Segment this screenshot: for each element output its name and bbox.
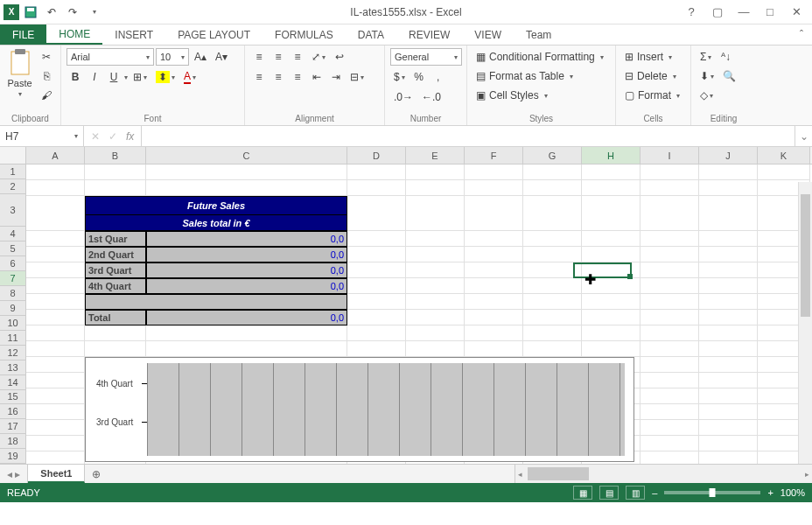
row-header-15[interactable]: 15: [0, 390, 26, 405]
sort-filter-icon[interactable]: ᴬ↓: [717, 48, 734, 66]
select-all-corner[interactable]: [0, 147, 26, 164]
increase-indent-icon[interactable]: ⇥: [327, 68, 345, 86]
row-header-16[interactable]: 16: [0, 404, 26, 419]
tab-data[interactable]: DATA: [346, 24, 396, 45]
qat-customize-icon[interactable]: [84, 3, 103, 22]
col-header-G[interactable]: G: [523, 147, 582, 164]
row-header-7[interactable]: 7: [0, 271, 26, 286]
embedded-chart[interactable]: 4th Quart 3rd Quart: [85, 357, 634, 462]
tab-view[interactable]: VIEW: [462, 24, 514, 45]
row-header-2[interactable]: 2: [0, 179, 26, 194]
zoom-in-icon[interactable]: +: [767, 487, 773, 498]
row-header-10[interactable]: 10: [0, 316, 26, 331]
cell-c7[interactable]: 0,0: [146, 262, 347, 278]
underline-button[interactable]: U: [105, 68, 122, 86]
find-select-icon[interactable]: 🔍: [719, 67, 739, 85]
page-layout-view-icon[interactable]: ▤: [599, 486, 619, 500]
col-header-H[interactable]: H: [582, 147, 640, 164]
formula-input[interactable]: [142, 126, 794, 146]
percent-icon[interactable]: %: [410, 68, 428, 86]
merge-center-icon[interactable]: ⊟: [346, 68, 368, 86]
increase-font-icon[interactable]: A▴: [191, 48, 210, 66]
cell-b6[interactable]: 2nd Quart: [85, 247, 146, 262]
tab-file[interactable]: FILE: [0, 24, 46, 45]
add-sheet-icon[interactable]: ⊕: [85, 465, 108, 483]
cancel-formula-icon[interactable]: ✕: [91, 130, 100, 143]
col-header-E[interactable]: E: [406, 147, 465, 164]
orientation-icon[interactable]: ⤢: [308, 48, 329, 66]
align-right-icon[interactable]: ≡: [289, 68, 306, 86]
zoom-out-icon[interactable]: –: [652, 487, 657, 498]
row-header-17[interactable]: 17: [0, 419, 26, 434]
redo-icon[interactable]: ↷: [63, 3, 82, 22]
name-box[interactable]: H7▾: [0, 126, 84, 146]
row-header-6[interactable]: 6: [0, 256, 26, 271]
undo-icon[interactable]: ↶: [42, 3, 61, 22]
copy-icon[interactable]: ⎘: [38, 67, 55, 85]
cell-c5[interactable]: 0,0: [146, 231, 347, 247]
row-header-12[interactable]: 12: [0, 346, 26, 360]
decrease-decimal-icon[interactable]: ←.0: [418, 88, 444, 106]
fill-color-button[interactable]: ⬍: [152, 68, 178, 86]
number-format-combo[interactable]: General▾: [390, 48, 462, 66]
cell-c8[interactable]: 0,0: [146, 278, 347, 294]
cell-b7[interactable]: 3rd Quart: [85, 262, 146, 278]
col-header-B[interactable]: B: [85, 147, 146, 164]
format-as-table-button[interactable]: ▤ Format as Table: [472, 67, 612, 85]
align-left-icon[interactable]: ≡: [250, 68, 268, 86]
row-header-11[interactable]: 11: [0, 331, 26, 346]
delete-cells-button[interactable]: ⊟ Delete: [621, 67, 688, 85]
fx-icon[interactable]: fx: [126, 130, 134, 143]
col-header-K[interactable]: K: [758, 147, 810, 164]
row-header-13[interactable]: 13: [0, 360, 26, 375]
increase-decimal-icon[interactable]: .0→: [390, 88, 416, 106]
cell-row9[interactable]: [85, 294, 347, 310]
row-header-5[interactable]: 5: [0, 242, 26, 256]
col-header-I[interactable]: I: [640, 147, 699, 164]
font-size-combo[interactable]: 10▾: [156, 48, 189, 66]
tab-formulas[interactable]: FORMULAS: [262, 24, 346, 45]
format-cells-button[interactable]: ▢ Format: [621, 87, 688, 104]
fill-icon[interactable]: ⬇: [696, 67, 718, 85]
bold-button[interactable]: B: [66, 68, 84, 86]
row-header-14[interactable]: 14: [0, 375, 26, 390]
row-header-4[interactable]: 4: [0, 227, 26, 242]
col-header-J[interactable]: J: [699, 147, 758, 164]
format-painter-icon[interactable]: 🖌: [38, 87, 55, 104]
row-header-18[interactable]: 18: [0, 434, 26, 449]
cell-styles-button[interactable]: ▣ Cell Styles: [472, 87, 612, 104]
font-color-button[interactable]: A: [180, 68, 200, 86]
align-middle-icon[interactable]: ≡: [270, 48, 287, 66]
paste-button[interactable]: Paste ▾: [5, 48, 34, 98]
col-header-F[interactable]: F: [465, 147, 523, 164]
clear-icon[interactable]: ◇: [696, 87, 717, 104]
font-name-combo[interactable]: Arial▾: [66, 48, 154, 66]
cell-b10[interactable]: Total: [85, 310, 146, 326]
align-bottom-icon[interactable]: ≡: [289, 48, 306, 66]
col-header-D[interactable]: D: [347, 147, 406, 164]
align-center-icon[interactable]: ≡: [270, 68, 287, 86]
maximize-icon[interactable]: □: [758, 3, 782, 22]
row-header-1[interactable]: 1: [0, 164, 26, 179]
wrap-text-icon[interactable]: ↩: [331, 48, 348, 66]
border-button[interactable]: ⊞: [130, 68, 150, 86]
cell-b5[interactable]: 1st Quar: [85, 231, 146, 247]
row-header-9[interactable]: 9: [0, 301, 26, 316]
zoom-slider[interactable]: [664, 491, 760, 494]
sheet-tab[interactable]: Sheet1: [28, 465, 85, 483]
col-header-C[interactable]: C: [146, 147, 347, 164]
page-break-view-icon[interactable]: ▥: [626, 486, 645, 500]
currency-icon[interactable]: $: [390, 68, 409, 86]
normal-view-icon[interactable]: ▦: [573, 486, 592, 500]
insert-cells-button[interactable]: ⊞ Insert: [621, 48, 688, 66]
italic-button[interactable]: I: [86, 68, 103, 86]
decrease-font-icon[interactable]: A▾: [212, 48, 231, 66]
close-icon[interactable]: ✕: [784, 3, 808, 22]
tab-insert[interactable]: INSERT: [102, 24, 165, 45]
zoom-level[interactable]: 100%: [780, 487, 805, 498]
collapse-ribbon-icon[interactable]: ˆ: [791, 24, 812, 45]
ribbon-options-icon[interactable]: ▢: [705, 3, 730, 22]
row-header-3[interactable]: 3: [0, 194, 26, 228]
comma-icon[interactable]: ,: [430, 68, 447, 86]
tab-team[interactable]: Team: [514, 24, 564, 45]
